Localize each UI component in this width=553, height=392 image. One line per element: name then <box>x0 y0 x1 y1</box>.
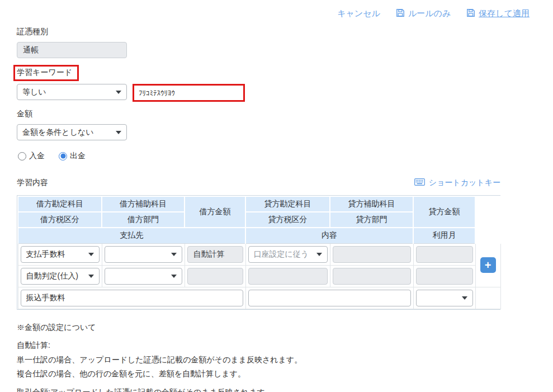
debit-amount-field: 自動計算 <box>187 246 243 263</box>
credit-account-select[interactable]: 口座設定に従う <box>248 246 328 263</box>
learning-content-table: 借方勘定科目 借方補助科目 借方金額 貸方勘定科目 貸方補助科目 貸方金額 借方… <box>17 195 500 310</box>
toolbar: キャンセル ルールのみ 保存して適用 <box>0 0 553 19</box>
table-row: 支払手数料 自動計算 口座設定に従 <box>18 243 500 265</box>
chevron-down-icon <box>88 275 94 278</box>
credit-tax-field <box>248 268 328 285</box>
transaction-amount-note: 取引金額:アップロードした証憑に記載の金額がそのまま反映されます。 <box>17 388 553 392</box>
chevron-down-icon <box>88 253 94 256</box>
col-header-debit-account: 借方勘定科目 <box>18 196 102 212</box>
chevron-down-icon <box>116 131 121 134</box>
shortcut-key-link[interactable]: ショートカットキー <box>414 178 500 188</box>
rule-edit-form: 証憑種別 通帳 学習キーワード 等しい 金額 金額を条件としない 入金 出金 学… <box>0 19 553 392</box>
credit-sub-account-field <box>333 246 411 263</box>
col-header-credit-tax: 貸方税区分 <box>245 212 330 228</box>
debit-sub-account-select[interactable] <box>105 246 182 263</box>
debit-account-select[interactable]: 支払手数料 <box>21 246 100 263</box>
col-header-debit-department: 借方部門 <box>102 212 185 228</box>
radio-selected-icon <box>59 152 67 160</box>
radio-deposit-label: 入金 <box>29 151 45 161</box>
radio-withdrawal[interactable]: 出金 <box>59 151 86 161</box>
radio-withdrawal-label: 出金 <box>70 151 86 161</box>
amount-label: 金額 <box>17 109 553 119</box>
col-header-credit-amount: 貸方金額 <box>413 196 475 228</box>
auto-calc-label: 自動計算: <box>17 341 553 351</box>
keyword-input[interactable] <box>134 86 243 100</box>
save-rules-only-label: ルールのみ <box>408 8 451 19</box>
amount-setting-notes: ※金額の設定について 自動計算: 単一仕訳の場合、アップロードした証憑に記載の金… <box>17 323 553 392</box>
header-row-3: 支払先 内容 利用月 <box>18 228 500 243</box>
save-and-apply-label: 保存して適用 <box>479 8 530 19</box>
credit-amount2-field <box>416 268 473 285</box>
table-row <box>18 287 500 309</box>
chevron-down-icon <box>316 253 322 256</box>
description-input[interactable] <box>248 290 411 306</box>
amount-condition-select[interactable]: 金額を条件としない <box>17 124 127 140</box>
chevron-down-icon <box>171 275 177 278</box>
col-header-actions <box>475 196 500 243</box>
chevron-down-icon <box>462 296 467 300</box>
col-header-debit-sub-account: 借方補助科目 <box>102 196 185 212</box>
credit-amount-field <box>416 246 473 263</box>
cancel-button[interactable]: キャンセル <box>337 8 380 19</box>
notes-heading: ※金額の設定について <box>17 323 553 333</box>
keyword-condition-select[interactable]: 等しい <box>17 84 127 100</box>
col-header-credit-sub-account: 貸方補助科目 <box>330 196 413 212</box>
keyword-condition-value: 等しい <box>22 87 46 97</box>
learning-keyword-label: 学習キーワード <box>13 65 79 81</box>
usage-month-select[interactable] <box>416 290 473 306</box>
chevron-down-icon <box>116 91 121 94</box>
col-header-payee: 支払先 <box>18 228 245 243</box>
debit-amount2-field <box>187 268 243 285</box>
auto-calc-line2: 複合仕訳の場合、他の行の金額を元に、差額を自動計算します。 <box>17 369 553 379</box>
amount-condition-value: 金額を条件としない <box>22 127 94 138</box>
document-type-value: 通帳 <box>23 45 39 55</box>
floppy-disk-icon <box>466 8 475 19</box>
debit-tax-select[interactable]: 自動判定(仕入) <box>21 268 100 285</box>
cancel-label: キャンセル <box>337 8 380 19</box>
debit-department-select[interactable] <box>105 268 182 285</box>
add-row-button[interactable]: + <box>480 257 496 273</box>
chevron-down-icon <box>171 253 177 256</box>
col-header-debit-tax: 借方税区分 <box>18 212 102 228</box>
col-header-usage-month: 利用月 <box>413 228 475 243</box>
payee-input[interactable] <box>21 290 243 306</box>
document-type-field: 通帳 <box>17 42 127 58</box>
radio-deposit[interactable]: 入金 <box>18 151 45 161</box>
keyword-input-highlight <box>133 84 245 102</box>
learning-content-title: 学習内容 <box>17 178 48 188</box>
shortcut-key-label: ショートカットキー <box>429 178 500 188</box>
col-header-description: 内容 <box>245 228 413 243</box>
floppy-disk-icon <box>396 8 405 19</box>
table-row: 自動判定(仕入) <box>18 265 500 287</box>
document-type-label: 証憑種別 <box>17 27 553 37</box>
radio-circle-icon <box>18 152 26 160</box>
keyboard-icon <box>414 178 425 187</box>
col-header-credit-account: 貸方勘定科目 <box>245 196 330 212</box>
save-and-apply-button[interactable]: 保存して適用 <box>466 8 530 19</box>
col-header-credit-department: 貸方部門 <box>330 212 413 228</box>
auto-calc-line1: 単一仕訳の場合、アップロードした証憑に記載の金額がそのまま反映されます。 <box>17 355 553 365</box>
save-rules-only-button[interactable]: ルールのみ <box>396 8 451 19</box>
header-row-1: 借方勘定科目 借方補助科目 借方金額 貸方勘定科目 貸方補助科目 貸方金額 <box>18 196 500 212</box>
col-header-debit-amount: 借方金額 <box>185 196 245 228</box>
credit-department-field <box>333 268 411 285</box>
direction-radio-group: 入金 出金 <box>18 151 553 161</box>
